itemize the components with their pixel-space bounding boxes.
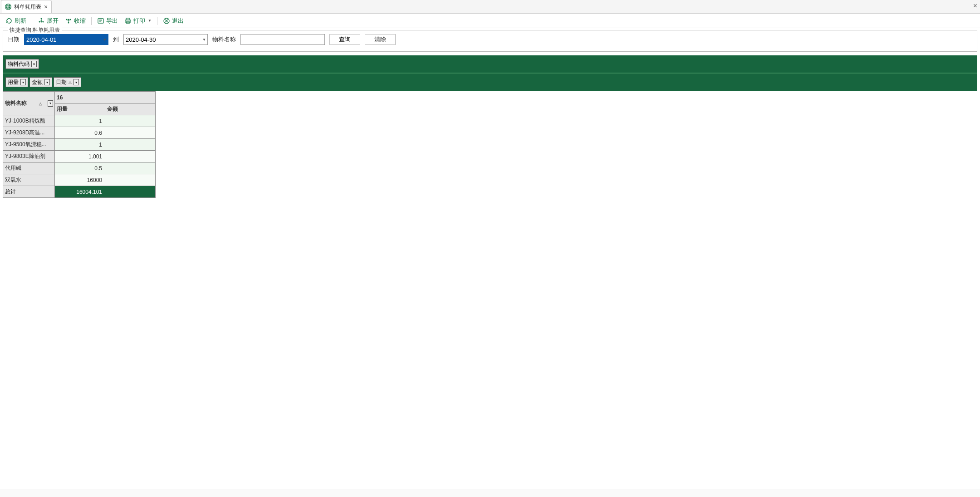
filter-row: 日期 ▼ 到 ▼ 物料名称 查询 清除 [8,34,972,45]
sort-asc-icon: △ [69,80,72,84]
toolbar-separator [157,17,157,25]
date-to-label: 到 [113,35,119,44]
tab-close-icon[interactable]: × [44,3,48,10]
tab-material-usage[interactable]: 料单耗用表 × [1,0,52,13]
table-row[interactable]: YJ-9208D高温... 0.6 [3,127,156,139]
expand-label: 展开 [47,17,59,25]
globe-icon [5,4,11,10]
cell-amount [105,162,156,174]
cell-amount [105,174,156,186]
cell-usage: 1.001 [55,151,105,162]
toolbar: 刷新 展开 收缩 导出 打印 ▼ 退出 [0,14,980,28]
sort-asc-icon: △ [39,102,42,106]
chevron-down-icon[interactable]: ▼ [44,79,50,85]
collapse-label: 收缩 [74,17,86,25]
chevron-down-icon[interactable]: ▼ [74,79,79,85]
exit-button[interactable]: 退出 [160,16,186,26]
chevron-down-icon[interactable]: ▼ [48,100,53,107]
row-header-material-name[interactable]: 物料名称 △ ▼ [3,92,55,115]
print-icon [124,17,132,25]
column-chip-material-code[interactable]: 物料代码 ▼ [5,59,39,69]
data-chip-usage[interactable]: 用量 ▼ [5,77,28,87]
date-from-input[interactable] [24,34,108,45]
cell-amount [105,115,156,127]
expand-button[interactable]: 展开 [35,16,61,26]
print-button[interactable]: 打印 ▼ [122,16,154,26]
pivot-grid: 物料代码 ▼ 用量 ▼ 金额 ▼ 日期 △ ▼ 物料名称 △ ▼ 16 [3,55,977,198]
row-label: YJ-9208D高温... [3,127,55,139]
svg-point-7 [68,19,69,20]
pivot-column-drop-area[interactable]: 物料代码 ▼ [3,55,977,73]
export-button[interactable]: 导出 [94,16,121,26]
total-label: 总计 [3,186,55,198]
refresh-button[interactable]: 刷新 [3,16,29,26]
collapse-button[interactable]: 收缩 [62,16,88,26]
row-label: YJ-9500氧漂稳... [3,139,55,151]
collapse-icon [65,17,72,25]
refresh-icon [5,17,13,25]
sub-column-usage[interactable]: 用量 [55,103,105,115]
chip-label: 物料代码 [8,60,29,68]
tab-bar: 料单耗用表 × × [0,0,980,14]
exit-label: 退出 [172,17,184,25]
row-label: 代用碱 [3,162,55,174]
cell-usage: 1 [55,139,105,151]
filter-panel: 快捷查询:料单耗用表 日期 ▼ 到 ▼ 物料名称 查询 清除 [3,30,977,52]
clear-button[interactable]: 清除 [365,34,396,45]
cell-usage: 0.6 [55,127,105,139]
expand-icon [38,17,45,25]
row-header-label: 物料名称 [5,99,27,107]
window-close-icon[interactable]: × [973,2,977,10]
exit-icon [163,17,170,25]
cell-usage: 16000 [55,174,105,186]
sub-column-amount[interactable]: 金额 [105,103,156,115]
toolbar-separator [91,17,92,25]
query-button[interactable]: 查询 [329,34,360,45]
date-label: 日期 [8,35,20,44]
chip-label: 用量 [8,79,19,86]
chevron-down-icon[interactable]: ▼ [20,79,26,85]
row-label: YJ-9803E除油剂 [3,151,55,162]
column-group-header[interactable]: 16 [55,92,156,103]
chevron-down-icon[interactable]: ▼ [31,61,37,67]
cell-usage: 1 [55,115,105,127]
table-row[interactable]: YJ-9803E除油剂 1.001 [3,151,156,162]
tab-title: 料单耗用表 [14,3,41,11]
svg-point-3 [41,21,42,22]
cell-amount [105,151,156,162]
pivot-table: 物料名称 △ ▼ 16 用量 金额 YJ-1000B精炼酶 1 YJ-9208D… [3,91,156,198]
cell-amount [105,139,156,151]
pivot-data-drop-area[interactable]: 用量 ▼ 金额 ▼ 日期 △ ▼ [3,73,977,91]
refresh-label: 刷新 [15,17,26,25]
table-row[interactable]: YJ-1000B精炼酶 1 [3,115,156,127]
table-row[interactable]: 双氧水 16000 [3,174,156,186]
cell-usage: 0.5 [55,162,105,174]
data-chip-date[interactable]: 日期 △ ▼ [54,77,81,87]
table-row[interactable]: 代用碱 0.5 [3,162,156,174]
total-usage: 16004.101 [55,186,105,198]
total-row: 总计 16004.101 [3,186,156,198]
table-row[interactable]: YJ-9500氧漂稳... 1 [3,139,156,151]
chip-label: 日期 [56,79,67,86]
print-label: 打印 [133,17,145,25]
date-to-input[interactable] [123,34,208,45]
row-label: 双氧水 [3,174,55,186]
export-icon [97,17,104,25]
row-label: YJ-1000B精炼酶 [3,115,55,127]
filter-legend: 快捷查询:料单耗用表 [8,26,62,34]
chevron-down-icon: ▼ [148,19,152,23]
chip-label: 金额 [32,79,43,86]
data-chip-amount[interactable]: 金额 ▼ [29,77,52,87]
material-name-label: 物料名称 [212,35,236,44]
total-amount [105,186,156,198]
material-name-input[interactable] [240,34,325,45]
toolbar-separator [32,17,32,25]
cell-amount [105,127,156,139]
export-label: 导出 [106,17,118,25]
